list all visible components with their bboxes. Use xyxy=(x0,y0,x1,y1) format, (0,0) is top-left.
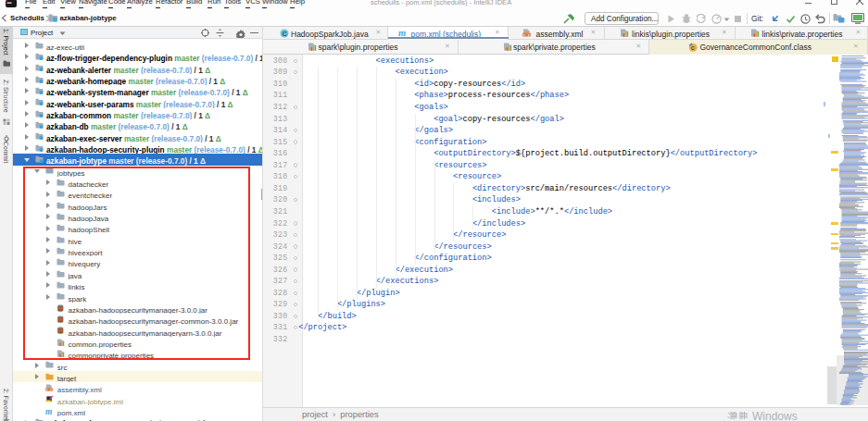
svg-text:C: C xyxy=(282,30,287,38)
svg-text:m: m xyxy=(45,407,52,415)
